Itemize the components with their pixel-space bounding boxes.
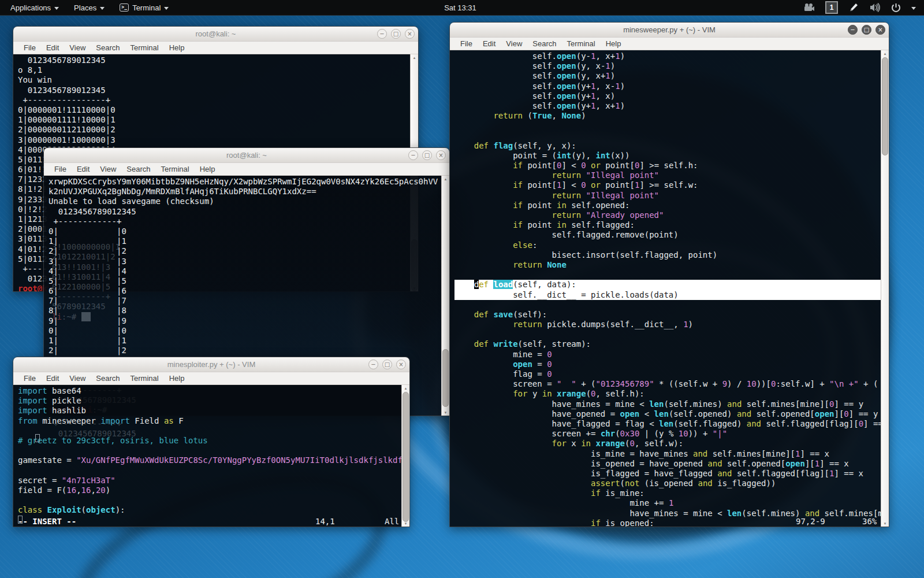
menu-item-file[interactable]: File: [50, 164, 71, 175]
code-token: (: [81, 505, 86, 514]
screen-recorder-icon[interactable]: [803, 3, 815, 12]
menu-item-help[interactable]: Help: [165, 373, 189, 384]
minimize-button[interactable]: −: [408, 150, 418, 160]
terminal-line: +----------------+: [18, 95, 410, 105]
close-button[interactable]: ×: [875, 25, 885, 35]
terminal-2-scrollbar[interactable]: ▴▾: [441, 176, 449, 416]
applications-menu[interactable]: Applications: [5, 1, 65, 14]
text-run: 2|0000000112110000|2: [18, 125, 116, 134]
menu-item-search[interactable]: Search: [122, 164, 155, 175]
menu-item-edit[interactable]: Edit: [72, 164, 94, 175]
terminal-appmenu[interactable]: >_ Terminal: [114, 1, 174, 14]
power-icon[interactable]: [891, 3, 901, 13]
menu-item-file[interactable]: File: [456, 38, 477, 49]
text-run: 4|01!2: [18, 244, 47, 254]
code-token: self.mines[mine][: [742, 399, 829, 409]
code-line: secret = "4n71cH3aT": [18, 476, 401, 486]
text-run: 9|2333: [18, 195, 47, 204]
vim-minesploiter-scrollbar[interactable]: ▴▾: [401, 385, 409, 527]
terminal-line: 0123456789012345: [18, 86, 410, 95]
close-button[interactable]: ×: [436, 150, 446, 160]
minimize-button[interactable]: −: [377, 29, 387, 39]
code-token: 0123456789012345: [49, 429, 136, 438]
text-run: k2nUVJXPGUXq2BgNbDg/MmRDXmBlfAHqj6TiKubP…: [49, 187, 316, 196]
scroll-up-icon[interactable]: ▴: [411, 55, 418, 60]
code-token: in: [581, 439, 591, 448]
code-token: and: [737, 409, 751, 418]
menu-item-terminal[interactable]: Terminal: [157, 164, 194, 175]
code-token: save: [493, 310, 513, 319]
maximize-button[interactable]: □: [391, 29, 401, 39]
system-caret-icon[interactable]: [911, 7, 916, 10]
ghost-text: li:~#: [52, 312, 91, 322]
code-token: self.flagged:: [567, 220, 635, 229]
menu-item-search[interactable]: Search: [91, 373, 124, 384]
scroll-up-icon[interactable]: ▴: [881, 51, 889, 56]
text-run: 2| |2: [49, 346, 126, 355]
vim-minesweeper-scrollbar[interactable]: ▴▾: [881, 50, 889, 527]
minimize-button[interactable]: −: [368, 360, 378, 369]
terminal-2-titlebar[interactable]: root@kali: ~−□×: [44, 148, 449, 163]
menu-item-terminal[interactable]: Terminal: [126, 42, 163, 53]
terminal-icon: >_: [120, 3, 129, 12]
minimize-button[interactable]: −: [848, 25, 858, 35]
scrollbar-thumb[interactable]: [403, 392, 409, 522]
menu-item-edit[interactable]: Edit: [42, 373, 64, 384]
code-token: li: [52, 312, 62, 321]
code-token: self.__dict__ = pickle.loads(data): [454, 290, 679, 299]
scroll-up-icon[interactable]: ▴: [442, 176, 449, 181]
vim-minesploiter-statusline: -- INSERT --14,1All: [13, 517, 409, 527]
code-line: return "Illegal point": [454, 191, 881, 201]
code-line: def write(self, stream):: [454, 339, 881, 349]
pen-icon[interactable]: [848, 2, 859, 13]
code-token: 16: [81, 486, 91, 495]
vim-minesploiter-titlebar[interactable]: minesploiter.py + (~) - VIM−□×: [13, 357, 409, 372]
menu-item-search[interactable]: Search: [91, 42, 124, 53]
places-menu[interactable]: Places: [68, 1, 110, 14]
vim-minesploiter-window: minesploiter.py + (~) - VIM−□×FileEditVi…: [13, 357, 410, 527]
menu-item-file[interactable]: File: [19, 373, 40, 384]
maximize-button[interactable]: □: [422, 150, 432, 160]
code-line: bisect.insort(self.flagged, point): [454, 250, 881, 260]
code-token: (self):: [513, 310, 547, 319]
vim-minesweeper-titlebar[interactable]: minesweeper.py + (~) - VIM−□×: [450, 23, 889, 38]
menu-item-view[interactable]: View: [65, 373, 90, 384]
menu-item-view[interactable]: View: [65, 42, 90, 53]
scroll-down-icon[interactable]: ▾: [442, 410, 449, 415]
code-token: def: [474, 339, 489, 349]
code-token: [454, 488, 591, 498]
menu-item-help[interactable]: Help: [195, 164, 220, 175]
code-token: open: [785, 459, 805, 468]
code-line: self.open(y, x-1): [454, 61, 881, 71]
close-button[interactable]: ×: [405, 29, 415, 39]
menu-item-help[interactable]: Help: [165, 42, 189, 53]
terminal-2-menubar: FileEditViewSearchTerminalHelp: [44, 163, 449, 176]
clock[interactable]: Sat 13:31: [438, 3, 482, 12]
menu-item-edit[interactable]: Edit: [478, 38, 500, 49]
scrollbar-thumb[interactable]: [442, 349, 449, 407]
code-token: [454, 240, 513, 250]
maximize-button[interactable]: □: [862, 25, 871, 35]
scroll-up-icon[interactable]: ▴: [402, 386, 409, 391]
menu-item-view[interactable]: View: [95, 164, 121, 175]
code-token: (y+: [576, 91, 591, 101]
menu-item-help[interactable]: Help: [601, 38, 626, 49]
code-token: 16: [66, 486, 76, 495]
code-token: 1: [615, 101, 620, 110]
text-run: 3|00000001!1000000|3: [18, 135, 116, 144]
terminal-1-titlebar[interactable]: root@kali: ~−□×: [13, 27, 418, 42]
menu-item-file[interactable]: File: [19, 42, 40, 53]
scrollbar-thumb[interactable]: [882, 57, 888, 155]
ghost-text: 0122100000|5: [52, 282, 110, 292]
code-token: bisect.insort(self.flagged, point): [454, 250, 717, 260]
menu-item-edit[interactable]: Edit: [42, 42, 64, 53]
maximize-button[interactable]: □: [382, 360, 392, 369]
menu-item-terminal[interactable]: Terminal: [126, 373, 163, 384]
workspace-indicator[interactable]: 1: [825, 1, 838, 14]
close-button[interactable]: ×: [396, 360, 406, 369]
menu-item-terminal[interactable]: Terminal: [562, 38, 600, 49]
volume-icon[interactable]: [869, 3, 881, 12]
menu-item-search[interactable]: Search: [528, 38, 561, 49]
code-token: point[: [523, 161, 557, 170]
menu-item-view[interactable]: View: [501, 38, 527, 49]
